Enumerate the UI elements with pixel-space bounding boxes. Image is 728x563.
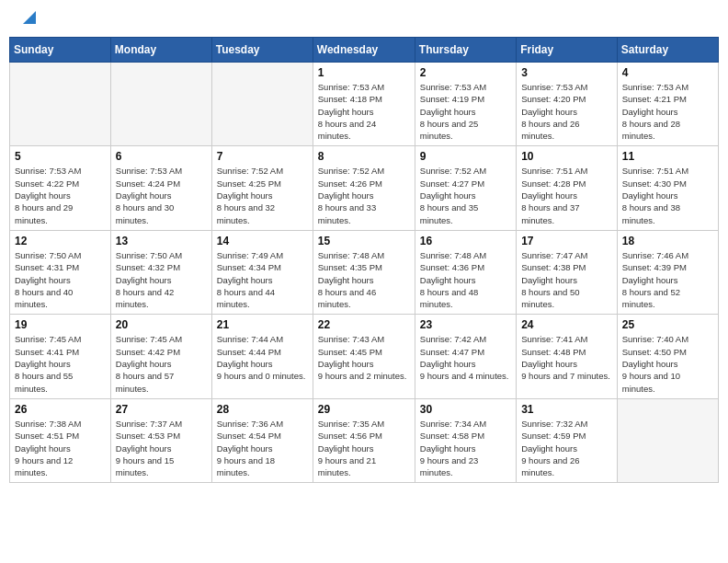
day-number: 11: [622, 150, 713, 163]
day-info: Sunrise: 7:37 AMSunset: 4:53 PMDaylight …: [116, 418, 207, 478]
weekday-header-sunday: Sunday: [10, 38, 111, 63]
calendar-wrapper: SundayMondayTuesdayWednesdayThursdayFrid…: [0, 37, 728, 492]
day-number: 2: [420, 66, 511, 79]
day-cell: 11Sunrise: 7:51 AMSunset: 4:30 PMDayligh…: [617, 146, 718, 230]
weekday-header-friday: Friday: [517, 38, 618, 63]
header: [0, 0, 728, 37]
day-info: Sunrise: 7:53 AMSunset: 4:20 PMDaylight …: [521, 81, 612, 142]
day-number: 24: [521, 318, 612, 331]
day-info: Sunrise: 7:52 AMSunset: 4:27 PMDaylight …: [420, 165, 511, 225]
day-cell: [617, 398, 718, 482]
day-cell: 1Sunrise: 7:53 AMSunset: 4:18 PMDaylight…: [313, 63, 415, 146]
day-info: Sunrise: 7:53 AMSunset: 4:21 PMDaylight …: [622, 81, 713, 142]
week-row-2: 12Sunrise: 7:50 AMSunset: 4:31 PMDayligh…: [10, 230, 719, 314]
day-info: Sunrise: 7:34 AMSunset: 4:58 PMDaylight …: [420, 418, 511, 478]
day-number: 28: [217, 403, 308, 416]
day-cell: 18Sunrise: 7:46 AMSunset: 4:39 PMDayligh…: [617, 230, 718, 314]
day-number: 25: [622, 318, 713, 331]
svg-marker-0: [23, 11, 36, 24]
day-number: 22: [318, 318, 410, 331]
day-cell: 25Sunrise: 7:40 AMSunset: 4:50 PMDayligh…: [617, 315, 718, 398]
day-number: 16: [420, 235, 511, 247]
day-info: Sunrise: 7:46 AMSunset: 4:39 PMDaylight …: [622, 249, 713, 310]
day-number: 10: [521, 150, 612, 163]
day-info: Sunrise: 7:51 AMSunset: 4:28 PMDaylight …: [521, 165, 612, 225]
week-row-4: 26Sunrise: 7:38 AMSunset: 4:51 PMDayligh…: [10, 398, 719, 482]
day-info: Sunrise: 7:45 AMSunset: 4:42 PMDaylight …: [116, 333, 207, 394]
day-cell: 20Sunrise: 7:45 AMSunset: 4:42 PMDayligh…: [110, 315, 211, 398]
day-cell: 10Sunrise: 7:51 AMSunset: 4:28 PMDayligh…: [517, 146, 618, 230]
day-cell: 16Sunrise: 7:48 AMSunset: 4:36 PMDayligh…: [415, 230, 516, 314]
day-number: 13: [116, 235, 207, 247]
day-cell: 5Sunrise: 7:53 AMSunset: 4:22 PMDaylight…: [10, 146, 111, 230]
day-info: Sunrise: 7:36 AMSunset: 4:54 PMDaylight …: [217, 418, 308, 478]
day-info: Sunrise: 7:48 AMSunset: 4:36 PMDaylight …: [420, 249, 511, 310]
day-cell: [110, 63, 211, 146]
day-number: 21: [217, 318, 308, 331]
day-number: 17: [521, 235, 612, 247]
day-cell: 29Sunrise: 7:35 AMSunset: 4:56 PMDayligh…: [313, 398, 415, 482]
logo-icon: [19, 7, 40, 26]
day-info: Sunrise: 7:45 AMSunset: 4:41 PMDaylight …: [15, 333, 106, 394]
day-info: Sunrise: 7:42 AMSunset: 4:47 PMDaylight …: [420, 333, 511, 382]
week-row-0: 1Sunrise: 7:53 AMSunset: 4:18 PMDaylight…: [10, 63, 719, 146]
day-info: Sunrise: 7:53 AMSunset: 4:19 PMDaylight …: [420, 81, 511, 142]
day-cell: 15Sunrise: 7:48 AMSunset: 4:35 PMDayligh…: [313, 230, 415, 314]
day-cell: 30Sunrise: 7:34 AMSunset: 4:58 PMDayligh…: [415, 398, 516, 482]
day-number: 9: [420, 150, 511, 163]
day-number: 14: [217, 235, 308, 247]
day-cell: 17Sunrise: 7:47 AMSunset: 4:38 PMDayligh…: [517, 230, 618, 314]
day-info: Sunrise: 7:53 AMSunset: 4:24 PMDaylight …: [116, 165, 207, 225]
day-info: Sunrise: 7:32 AMSunset: 4:59 PMDaylight …: [521, 418, 612, 478]
day-number: 5: [15, 150, 106, 163]
logo: [17, 13, 40, 29]
weekday-header-row: SundayMondayTuesdayWednesdayThursdayFrid…: [10, 38, 719, 63]
day-number: 19: [15, 318, 106, 331]
day-number: 15: [318, 235, 410, 247]
day-info: Sunrise: 7:52 AMSunset: 4:26 PMDaylight …: [318, 165, 410, 225]
day-cell: 22Sunrise: 7:43 AMSunset: 4:45 PMDayligh…: [313, 315, 415, 398]
day-number: 3: [521, 66, 612, 79]
day-cell: 21Sunrise: 7:44 AMSunset: 4:44 PMDayligh…: [211, 315, 313, 398]
day-info: Sunrise: 7:43 AMSunset: 4:45 PMDaylight …: [318, 333, 410, 382]
day-cell: 6Sunrise: 7:53 AMSunset: 4:24 PMDaylight…: [110, 146, 211, 230]
day-number: 4: [622, 66, 713, 79]
day-cell: 7Sunrise: 7:52 AMSunset: 4:25 PMDaylight…: [211, 146, 313, 230]
day-cell: 13Sunrise: 7:50 AMSunset: 4:32 PMDayligh…: [110, 230, 211, 314]
day-info: Sunrise: 7:47 AMSunset: 4:38 PMDaylight …: [521, 249, 612, 310]
day-cell: 27Sunrise: 7:37 AMSunset: 4:53 PMDayligh…: [110, 398, 211, 482]
day-info: Sunrise: 7:48 AMSunset: 4:35 PMDaylight …: [318, 249, 410, 310]
day-number: 8: [318, 150, 410, 163]
day-cell: 4Sunrise: 7:53 AMSunset: 4:21 PMDaylight…: [617, 63, 718, 146]
day-cell: 14Sunrise: 7:49 AMSunset: 4:34 PMDayligh…: [211, 230, 313, 314]
day-cell: 8Sunrise: 7:52 AMSunset: 4:26 PMDaylight…: [313, 146, 415, 230]
day-number: 18: [622, 235, 713, 247]
weekday-header-thursday: Thursday: [415, 38, 516, 63]
day-number: 6: [116, 150, 207, 163]
weekday-header-saturday: Saturday: [617, 38, 718, 63]
day-info: Sunrise: 7:41 AMSunset: 4:48 PMDaylight …: [521, 333, 612, 382]
day-info: Sunrise: 7:35 AMSunset: 4:56 PMDaylight …: [318, 418, 410, 478]
day-cell: 26Sunrise: 7:38 AMSunset: 4:51 PMDayligh…: [10, 398, 111, 482]
day-info: Sunrise: 7:51 AMSunset: 4:30 PMDaylight …: [622, 165, 713, 225]
day-info: Sunrise: 7:53 AMSunset: 4:22 PMDaylight …: [15, 165, 106, 225]
day-number: 23: [420, 318, 511, 331]
calendar-table: SundayMondayTuesdayWednesdayThursdayFrid…: [9, 37, 719, 483]
weekday-header-tuesday: Tuesday: [211, 38, 313, 63]
day-cell: 31Sunrise: 7:32 AMSunset: 4:59 PMDayligh…: [517, 398, 618, 482]
day-cell: 3Sunrise: 7:53 AMSunset: 4:20 PMDaylight…: [517, 63, 618, 146]
day-number: 12: [15, 235, 106, 247]
day-number: 7: [217, 150, 308, 163]
day-info: Sunrise: 7:49 AMSunset: 4:34 PMDaylight …: [217, 249, 308, 310]
day-number: 29: [318, 403, 410, 416]
day-cell: 23Sunrise: 7:42 AMSunset: 4:47 PMDayligh…: [415, 315, 516, 398]
day-cell: 12Sunrise: 7:50 AMSunset: 4:31 PMDayligh…: [10, 230, 111, 314]
page: SundayMondayTuesdayWednesdayThursdayFrid…: [0, 0, 728, 563]
day-cell: 19Sunrise: 7:45 AMSunset: 4:41 PMDayligh…: [10, 315, 111, 398]
day-info: Sunrise: 7:52 AMSunset: 4:25 PMDaylight …: [217, 165, 308, 225]
day-cell: 28Sunrise: 7:36 AMSunset: 4:54 PMDayligh…: [211, 398, 313, 482]
weekday-header-wednesday: Wednesday: [313, 38, 415, 63]
day-cell: 24Sunrise: 7:41 AMSunset: 4:48 PMDayligh…: [517, 315, 618, 398]
week-row-1: 5Sunrise: 7:53 AMSunset: 4:22 PMDaylight…: [10, 146, 719, 230]
day-number: 27: [116, 403, 207, 416]
